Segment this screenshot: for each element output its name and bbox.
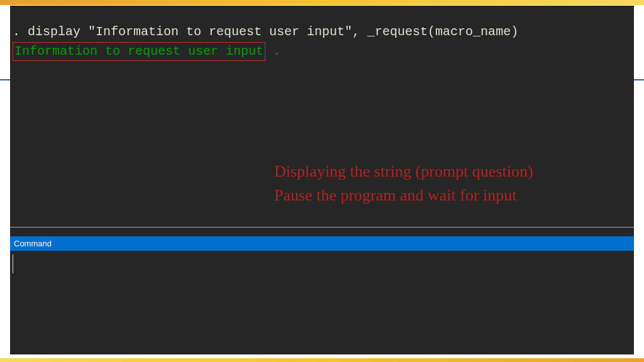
output-row: Information to request user input .	[13, 41, 631, 61]
command-input[interactable]	[10, 251, 634, 354]
output-trailing-text: .	[265, 44, 280, 58]
command-panel-title: Command	[14, 239, 52, 248]
annotation-line-1: Displaying the string (prompt question)	[274, 160, 533, 184]
command-panel-header: Command	[10, 236, 634, 251]
text-cursor	[13, 255, 13, 273]
command-echo-line: . display "Information to request user i…	[13, 23, 631, 41]
slide-top-border	[0, 0, 644, 5]
slide-annotation: Displaying the string (prompt question) …	[274, 160, 533, 207]
results-pane[interactable]: . display "Information to request user i…	[10, 6, 634, 227]
output-highlight-box: Information to request user input	[13, 42, 265, 61]
slide-bottom-border	[0, 358, 644, 362]
splitter-gap[interactable]	[10, 228, 634, 236]
stata-window: . display "Information to request user i…	[10, 6, 634, 354]
output-prompt-text: Information to request user input	[14, 44, 264, 58]
annotation-line-2: Pause the program and wait for input	[274, 184, 533, 207]
